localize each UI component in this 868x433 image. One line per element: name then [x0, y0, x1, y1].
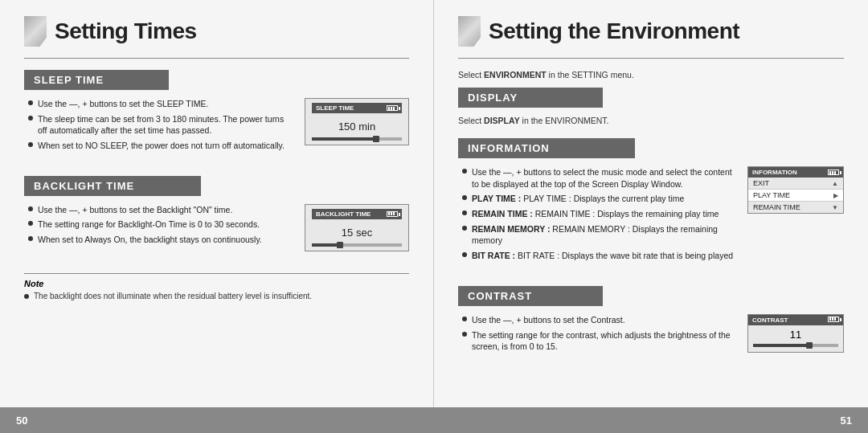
contrast-device-header: CONTRAST: [748, 315, 843, 325]
page-number-right: 51: [841, 415, 852, 427]
sleep-time-text: Use the —, + buttons to set the SLEEP TI…: [24, 98, 293, 163]
backlight-time-content: Use the —, + buttons to set the Backligh…: [24, 204, 409, 257]
contrast-section: CONTRAST Use the —, + buttons to set the…: [458, 286, 844, 364]
left-page: Setting Times SLEEP TIME Use the —, + bu…: [0, 0, 434, 407]
left-title-area: Setting Times: [24, 16, 409, 47]
information-text: Use the —, + buttons to select the music…: [458, 166, 736, 273]
contrast-text: Use the —, + buttons to set the Contrast…: [458, 314, 736, 364]
contrast-device-slider: [753, 344, 838, 347]
sleep-time-device: SLEEP TIME 150 min: [305, 98, 409, 145]
note-title: Note: [24, 279, 409, 288]
info-row-exit-label: EXIT: [753, 179, 769, 187]
info-row-playtime: PLAY TIME ▶: [748, 190, 843, 202]
contrast-content: Use the —, + buttons to set the Contrast…: [458, 314, 844, 364]
backlight-device-slider: [312, 243, 402, 247]
bullet-dot-6: [28, 236, 33, 241]
info-dot-2: [462, 195, 467, 200]
information-bullets: Use the —, + buttons to select the music…: [458, 166, 736, 262]
display-select-text: Select DISPLAY in the ENVIRONMENT.: [458, 116, 844, 125]
information-device: INFORMATION EXIT ▲: [747, 166, 844, 214]
backlight-device: BACKLIGHT TIME 15 sec: [305, 204, 409, 251]
battery-icon-sleep: [387, 105, 398, 111]
battery-icon-backlight: [387, 211, 398, 217]
information-header: INFORMATION: [458, 138, 635, 158]
info-bullet-1: Use the —, + buttons to select the music…: [462, 166, 736, 190]
bullet-dot-4: [28, 206, 33, 211]
bullet-dot-3: [28, 142, 33, 147]
display-header: DISPLAY: [458, 88, 603, 108]
backlight-time-section: BACKLIGHT TIME Use the —, + buttons to s…: [24, 176, 409, 257]
arrow-down-icon: ▼: [832, 204, 838, 211]
note-section: Note The backlight does not illuminate w…: [24, 273, 409, 300]
info-row-playtime-label: PLAY TIME: [753, 191, 790, 199]
backlight-time-text: Use the —, + buttons to set the Backligh…: [24, 204, 293, 257]
information-section: INFORMATION Use the —, + buttons to sele…: [458, 138, 844, 273]
display-bold: DISPLAY: [484, 116, 520, 125]
sleep-device-slider: [312, 137, 402, 141]
title-decoration-right: [458, 16, 481, 47]
right-title-area: Setting the Environment: [458, 16, 844, 47]
sleep-time-section: SLEEP TIME Use the —, + buttons to set t…: [24, 70, 409, 163]
contrast-device: CONTRAST 11: [747, 314, 844, 353]
info-device-header-row: INFORMATION: [748, 167, 843, 178]
environment-select-text: Select ENVIRONMENT in the SETTING menu.: [458, 70, 844, 80]
bullet-dot-5: [28, 221, 33, 226]
arrow-up-icon: ▲: [832, 180, 838, 187]
contrast-device-value: 11: [748, 325, 843, 342]
contrast-device-label: CONTRAST: [752, 317, 788, 324]
backlight-bullet-1: Use the —, + buttons to set the Backligh…: [28, 204, 293, 216]
bullet-dot-2: [28, 116, 33, 121]
contrast-dot-1: [462, 317, 467, 321]
info-bullet-2: PLAY TIME : PLAY TIME : Displays the cur…: [462, 193, 736, 205]
right-page-title: Setting the Environment: [489, 18, 739, 44]
info-row-exit: EXIT ▲: [748, 178, 843, 190]
environment-bold: ENVIRONMENT: [484, 70, 547, 80]
info-row-remaintime-label: REMAIN TIME: [753, 203, 800, 211]
info-bullet-3: REMAIN TIME : REMAIN TIME : Displays the…: [462, 208, 736, 220]
battery-icon-info: [828, 170, 839, 175]
backlight-bullets: Use the —, + buttons to set the Backligh…: [24, 204, 293, 246]
backlight-device-header: BACKLIGHT TIME: [312, 209, 402, 219]
info-dot-4: [462, 226, 467, 231]
bullet-dot-1: [28, 100, 33, 105]
page-number-left: 50: [16, 415, 27, 427]
note-content: The backlight does not illuminate when t…: [34, 292, 312, 300]
sleep-device-label: SLEEP TIME: [316, 104, 354, 112]
arrow-right-icon: ▶: [833, 192, 838, 199]
sleep-bullet-3: When set to NO SLEEP, the power does not…: [28, 140, 293, 152]
contrast-dot-2: [462, 332, 467, 337]
contrast-header: CONTRAST: [458, 286, 603, 306]
note-text: The backlight does not illuminate when t…: [24, 292, 409, 300]
sleep-time-content: Use the —, + buttons to set the SLEEP TI…: [24, 98, 409, 163]
info-dot-3: [462, 210, 467, 215]
sleep-bullet-1: Use the —, + buttons to set the SLEEP TI…: [28, 98, 293, 110]
battery-icon-contrast: [828, 317, 839, 322]
backlight-bullet-2: The setting range for Backlight-On Time …: [28, 219, 293, 231]
sleep-bullet-2: The sleep time can be set from 3 to 180 …: [28, 113, 293, 137]
page-footer: 50 51: [0, 407, 868, 433]
left-page-title: Setting Times: [55, 18, 197, 44]
title-underline-left: [24, 58, 409, 59]
info-dot-1: [462, 169, 467, 174]
information-content: Use the —, + buttons to select the music…: [458, 166, 844, 273]
info-bullet-5: BIT RATE : BIT RATE : Displays the wave …: [462, 250, 736, 262]
sleep-time-bullets: Use the —, + buttons to set the SLEEP TI…: [24, 98, 293, 152]
contrast-bullets: Use the —, + buttons to set the Contrast…: [458, 314, 736, 353]
info-dot-5: [462, 252, 467, 257]
sleep-time-header: SLEEP TIME: [24, 70, 169, 90]
note-bullet: [24, 294, 29, 299]
info-bullet-4: REMAIN MEMORY : REMAIN MEMORY : Displays…: [462, 223, 736, 247]
info-device-title: INFORMATION: [752, 169, 797, 176]
display-section: DISPLAY Select DISPLAY in the ENVIRONMEN…: [458, 88, 844, 125]
info-row-remaintime: REMAIN TIME ▼: [748, 202, 843, 213]
contrast-bullet-1: Use the —, + buttons to set the Contrast…: [462, 314, 736, 326]
contrast-bullet-2: The setting range for the contrast, whic…: [462, 329, 736, 353]
backlight-time-header: BACKLIGHT TIME: [24, 176, 201, 196]
backlight-device-value: 15 sec: [312, 223, 402, 240]
sleep-device-value: 150 min: [312, 117, 402, 134]
title-underline-right: [458, 58, 844, 59]
sleep-device-header: SLEEP TIME: [312, 103, 402, 113]
backlight-bullet-3: When set to Always On, the backlight sta…: [28, 234, 293, 246]
right-page: Setting the Environment Select ENVIRONME…: [434, 0, 868, 407]
backlight-device-label: BACKLIGHT TIME: [316, 210, 371, 218]
